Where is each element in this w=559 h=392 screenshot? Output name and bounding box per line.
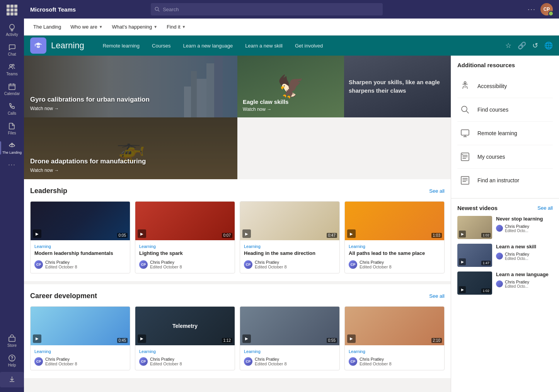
hero-card-drone[interactable]: 🚁 Drone adaptations for manufacturing Wa…: [24, 117, 237, 179]
video-item-2[interactable]: ▶ 1:47 Learn a new skill Chris Pratley E…: [457, 244, 553, 267]
avatar[interactable]: CP: [540, 3, 553, 15]
svg-point-11: [464, 82, 466, 84]
link-icon[interactable]: 🔗: [518, 41, 526, 50]
course-card-3[interactable]: ▶ 0:47 Learning Heading in the same dire…: [240, 201, 340, 273]
hero-card-urban[interactable]: Gyro calibrations for urban navigation W…: [24, 56, 237, 117]
video-item-3[interactable]: ▶ 1:02 Learn a new language Chris Pratle…: [457, 272, 553, 295]
learning-nav-courses[interactable]: Courses: [146, 36, 177, 56]
sidebar-item-activity[interactable]: Activity: [0, 20, 24, 40]
career-see-all[interactable]: See all: [429, 293, 445, 299]
course-thumb-2: ▶ 0:07: [135, 202, 235, 240]
star-icon[interactable]: ☆: [505, 41, 511, 50]
career-edited-4: Edited October 8: [360, 361, 392, 366]
app-nav-item-whoweare[interactable]: Who we are ▼: [67, 22, 106, 31]
learning-nav-remote[interactable]: Remote learning: [97, 36, 146, 56]
search-input[interactable]: [163, 7, 379, 12]
sidebar-item-teams[interactable]: Teams: [0, 59, 24, 79]
svg-point-1: [12, 64, 14, 66]
resource-item-my-courses[interactable]: My courses: [457, 145, 553, 169]
app-nav-item-thelanding[interactable]: The Landing: [30, 22, 64, 31]
hero-card-drone-watch[interactable]: Watch now →: [30, 168, 231, 173]
app-grid-icon[interactable]: [7, 5, 17, 15]
learning-header-actions: ☆ 🔗 ↺ 🌐: [505, 41, 553, 50]
calendar-icon: [8, 82, 16, 91]
app-nav-item-findit[interactable]: Find it ▼: [164, 22, 189, 31]
newest-videos-header: Newest videos See all: [457, 205, 553, 211]
video-item-1[interactable]: ▶ 1:02 Never stop learning Chris Pratley…: [457, 216, 553, 239]
course-duration-2: 0:07: [222, 233, 232, 238]
career-author-name-1: Chris Pratley: [45, 357, 77, 361]
resource-accessibility-label: Accessibility: [477, 83, 507, 89]
svg-rect-7: [9, 337, 15, 341]
author-info-3: Chris Pratley Edited October 8: [255, 260, 287, 269]
sidebar-item-chat[interactable]: Chat: [0, 40, 24, 59]
career-thumb-1: ▶ 0:45: [31, 307, 130, 345]
leadership-see-all[interactable]: See all: [429, 188, 445, 194]
hero-card-eagle-watch[interactable]: Watch now →: [243, 107, 339, 112]
author-avatar-1: CP: [34, 260, 43, 269]
sidebar-item-download[interactable]: [0, 372, 24, 387]
course-duration-4: 1:03: [431, 233, 442, 238]
course-duration-3: 0:47: [327, 233, 337, 238]
content-area: Gyro calibrations for urban navigation W…: [24, 56, 559, 392]
sidebar-item-files-label: Files: [8, 131, 16, 135]
sidebar-item-more[interactable]: ···: [0, 158, 24, 173]
globe-icon[interactable]: 🌐: [544, 41, 553, 50]
chat-icon: [8, 43, 16, 51]
svg-rect-13: [461, 130, 469, 135]
course-category-1: Learning: [34, 244, 126, 249]
course-duration-1: 0:05: [117, 233, 128, 238]
career-duration-1: 0:45: [117, 338, 128, 343]
author-name-4: Chris Pratley: [360, 260, 392, 265]
eagle-quote: Sharpen your skills, like an eagle sharp…: [349, 78, 446, 95]
svg-point-12: [462, 106, 467, 112]
svg-point-0: [10, 64, 12, 67]
resource-item-accessibility[interactable]: Accessibility: [457, 75, 553, 98]
course-card-1[interactable]: ▶ 0:05 Learning Modern leadership fundam…: [30, 201, 130, 273]
career-card-3[interactable]: ▶ 0:55 Learning CP Chris Pratley Edited …: [240, 306, 340, 370]
sidebar-item-store[interactable]: Store: [0, 331, 24, 351]
leadership-title: Leadership: [30, 187, 67, 195]
video-duration-1: 1:02: [481, 233, 491, 238]
app-nav-item-whatshappening[interactable]: What's happening ▼: [109, 22, 161, 31]
sidebar-item-calls[interactable]: Calls: [0, 99, 24, 119]
sidebar-item-thelanding[interactable]: The Landing: [0, 138, 24, 158]
sidebar-item-files[interactable]: Files: [0, 119, 24, 138]
files-icon: [8, 122, 16, 130]
course-card-4[interactable]: ▶ 1:03 Learning All paths lead to the sa…: [344, 201, 445, 273]
more-icon: ···: [8, 161, 16, 169]
resource-item-find-courses[interactable]: Find courses: [457, 98, 553, 122]
download-icon: [8, 375, 16, 384]
newest-videos-see-all[interactable]: See all: [537, 205, 553, 211]
course-title-2: Lighting the spark: [139, 250, 231, 257]
hero-card-eagle[interactable]: 🦅 Sharpen your skills, like an eagle sha…: [237, 56, 451, 117]
video-author-row-1: Chris Pratley Edited Octo...: [496, 224, 553, 233]
learning-nav-skill[interactable]: Learn a new skill: [239, 36, 289, 56]
hero-card-urban-watch[interactable]: Watch now →: [30, 106, 231, 111]
content-main: Gyro calibrations for urban navigation W…: [24, 56, 451, 392]
career-author-info-4: Chris Pratley Edited October 8: [360, 357, 392, 366]
refresh-icon[interactable]: ↺: [532, 41, 538, 50]
resource-item-remote-learning[interactable]: Remote learning: [457, 122, 553, 145]
learning-nav: Remote learning Courses Learn a new lang…: [97, 36, 505, 56]
learning-nav-language[interactable]: Learn a new language: [177, 36, 239, 56]
career-card-4[interactable]: ▶ 2:10 Learning CP Chris Pratley Edited …: [344, 306, 445, 370]
course-play-3: ▶: [242, 229, 251, 238]
career-card-2[interactable]: Telemetry ▶ 1:12 Learning CP Chris Pratl…: [135, 306, 235, 370]
video-edited-2: Edited Octo...: [505, 256, 529, 261]
search-bar[interactable]: [151, 3, 383, 15]
svg-point-9: [12, 360, 12, 360]
resource-item-find-instructor[interactable]: Find an instructor: [457, 169, 553, 192]
career-play-4: ▶: [347, 334, 356, 343]
resources-title: Additional resources: [457, 62, 553, 68]
search-icon: [155, 7, 160, 12]
sidebar-item-help[interactable]: Help: [0, 351, 24, 370]
sidebar-item-calendar[interactable]: Calendar: [0, 79, 24, 99]
course-title-4: All paths lead to the same place: [349, 250, 440, 257]
course-card-2[interactable]: ▶ 0:07 Learning Lighting the spark CP Ch…: [135, 201, 235, 273]
learning-nav-involved[interactable]: Get involved: [289, 36, 329, 56]
topbar-more-button[interactable]: ···: [528, 5, 536, 14]
sidebar-item-calendar-label: Calendar: [4, 92, 20, 96]
course-author-2: CP Chris Pratley Edited October 8: [139, 260, 231, 269]
career-card-1[interactable]: ▶ 0:45 Learning CP Chris Pratley Edited …: [30, 306, 130, 370]
